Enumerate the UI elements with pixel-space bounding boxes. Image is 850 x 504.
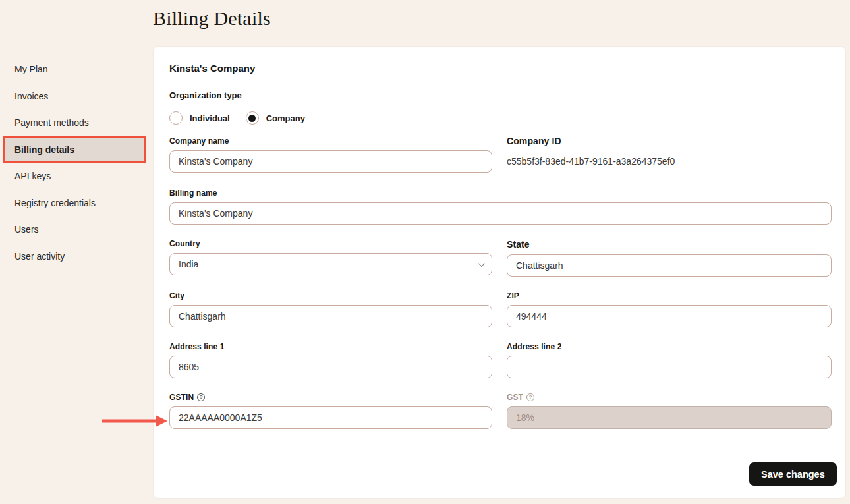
billing-details-page: Billing Details My Plan Invoices Payment… (0, 0, 850, 504)
radio-company-circle[interactable] (246, 111, 259, 125)
address2-group: Address line 2 (507, 342, 832, 378)
company-id-label: Company ID (507, 136, 832, 146)
address1-input[interactable] (169, 356, 492, 378)
zip-label: ZIP (507, 291, 832, 300)
sidebar-item-users[interactable]: Users (5, 216, 146, 243)
city-label: City (169, 291, 492, 300)
radio-company-label: Company (266, 113, 305, 123)
sidebar-item-user-activity[interactable]: User activity (5, 243, 146, 270)
zip-input[interactable] (507, 305, 832, 327)
gstin-group: GSTIN? (169, 393, 492, 429)
gstin-label: GSTIN? (169, 393, 492, 402)
radio-individual-circle[interactable] (169, 111, 183, 125)
city-group: City (169, 291, 492, 327)
sidebar-item-invoices[interactable]: Invoices (5, 83, 146, 110)
state-group: State (507, 239, 832, 277)
gstin-help-icon[interactable]: ? (197, 393, 205, 401)
zip-group: ZIP (507, 291, 832, 327)
page-title: Billing Details (153, 7, 271, 30)
gst-group: GST? (507, 393, 832, 429)
sidebar-item-billing-details[interactable]: Billing details (5, 136, 146, 163)
gst-input (507, 406, 832, 429)
gst-help-icon[interactable]: ? (526, 393, 534, 401)
company-heading: Kinsta's Company (169, 63, 255, 74)
radio-company[interactable]: Company (246, 111, 305, 125)
state-input[interactable] (507, 254, 832, 277)
address1-group: Address line 1 (169, 342, 492, 378)
address2-input[interactable] (507, 356, 832, 378)
chevron-down-icon (478, 260, 485, 267)
country-label: Country (169, 239, 492, 248)
billing-name-label: Billing name (169, 188, 832, 198)
sidebar-item-registry-credentials[interactable]: Registry credentials (5, 190, 146, 217)
company-name-label: Company name (169, 136, 492, 146)
organization-type-radio-group: Individual Company (169, 111, 313, 125)
country-selected-value: India (179, 259, 198, 269)
city-input[interactable] (169, 305, 492, 327)
company-name-group: Company name (169, 136, 492, 173)
sidebar-item-my-plan[interactable]: My Plan (5, 56, 146, 83)
save-changes-button[interactable]: Save changes (749, 462, 837, 486)
address2-label: Address line 2 (507, 342, 832, 351)
gst-label: GST? (507, 393, 832, 402)
country-select[interactable]: India (169, 253, 492, 275)
organization-type-label: Organization type (169, 90, 242, 100)
sidebar-nav: My Plan Invoices Payment methods Billing… (5, 56, 146, 269)
billing-name-input[interactable] (169, 202, 832, 225)
company-name-input[interactable] (169, 150, 492, 173)
radio-individual[interactable]: Individual (169, 111, 230, 125)
radio-individual-label: Individual (190, 113, 230, 123)
sidebar-item-payment-methods[interactable]: Payment methods (5, 109, 146, 136)
company-id-group: Company ID c55b5f3f-83ed-41b7-9161-a3a26… (507, 136, 832, 167)
state-label: State (507, 239, 832, 250)
billing-name-group: Billing name (169, 188, 832, 225)
billing-details-card: Kinsta's Company Organization type Indiv… (153, 46, 846, 499)
company-id-value: c55b5f3f-83ed-41b7-9161-a3a264375ef0 (507, 156, 832, 167)
country-group: Country India (169, 239, 492, 275)
sidebar-item-api-keys[interactable]: API keys (5, 163, 146, 190)
address1-label: Address line 1 (169, 342, 492, 351)
gstin-input[interactable] (169, 406, 492, 429)
